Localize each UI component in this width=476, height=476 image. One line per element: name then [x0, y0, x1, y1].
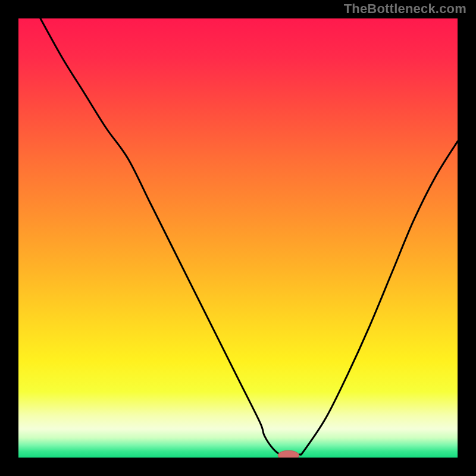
- bottleneck-chart-svg: [18, 18, 458, 458]
- chart-frame: TheBottleneck.com: [0, 0, 476, 476]
- gradient-background: [18, 18, 458, 458]
- watermark-text: TheBottleneck.com: [344, 1, 466, 17]
- plot-area: [18, 18, 458, 458]
